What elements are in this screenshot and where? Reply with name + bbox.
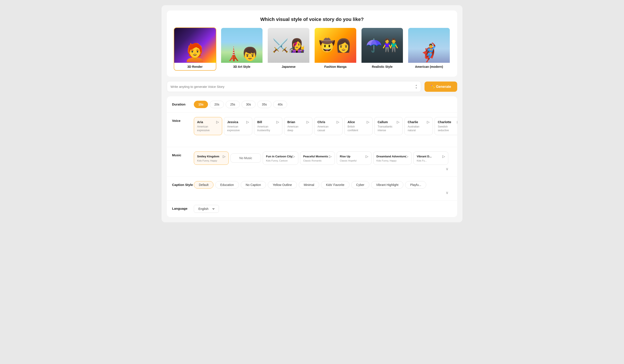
arrow-down-icon: ▼	[415, 87, 417, 89]
voice-name-Jessica: Jessica	[227, 120, 238, 124]
style-img-placeholder-3d-art	[221, 28, 263, 63]
voice-card-bill[interactable]: Bill ▷ Americantrustworthy	[254, 117, 282, 135]
play-btn-Charlie[interactable]: ▷	[427, 120, 430, 124]
play-btn-Callum[interactable]: ▷	[397, 120, 399, 124]
voice-card-chris[interactable]: Chris ▷ Americancasual	[314, 117, 342, 135]
language-select-wrapper: EnglishSpanishFrenchGermanJapaneseKorean…	[194, 205, 219, 213]
caption-pill-yellow-outline[interactable]: Yellow Outline	[268, 181, 297, 188]
voice-cards-row: Aria ▷ Americanexpressive Jessica ▷ Amer…	[194, 117, 457, 135]
play-btn-Alice[interactable]: ▷	[367, 120, 369, 124]
play-btn-Chris[interactable]: ▷	[337, 120, 339, 124]
caption-pill-minimal[interactable]: Minimal	[299, 181, 319, 188]
voice-card-jessica[interactable]: Jessica ▷ Americanexpressive	[224, 117, 252, 135]
voice-card-top-Chris: Chris ▷	[317, 120, 339, 124]
voice-card-brian[interactable]: Brian ▷ Americandeep	[284, 117, 312, 135]
style-card-label-realistic: Realistic Style	[362, 63, 403, 70]
voice-content: Aria ▷ Americanexpressive Jessica ▷ Amer…	[194, 117, 457, 143]
voice-desc-Aria: Americanexpressive	[197, 125, 219, 132]
play-btn-Bill[interactable]: ▷	[276, 120, 279, 124]
style-card-img-3d-art	[221, 28, 263, 63]
generate-button[interactable]: ✏️ Generate	[424, 81, 457, 92]
music-play-btn-Peaceful Moments[interactable]: ▷	[329, 154, 332, 158]
arrow-up-icon: ▲	[415, 84, 417, 86]
music-play-btn-Smiley Kingdom[interactable]: ▷	[223, 154, 225, 158]
duration-pill-30s[interactable]: 30s	[242, 101, 256, 108]
music-play-btn-Fun in Cartoon City[interactable]: ▷	[292, 154, 295, 158]
voice-card-top-Charlotte: Charlotte ▷	[438, 120, 457, 124]
music-card-peaceful-moments[interactable]: Peaceful Moments ▷ Classic Romantic	[300, 152, 335, 165]
music-play-btn-Vibrant D...[interactable]: ▷	[442, 154, 445, 158]
voice-card-aria[interactable]: Aria ▷ Americanexpressive	[194, 117, 222, 135]
voice-name-Callum: Callum	[378, 120, 388, 124]
music-card-top-Fun in Cartoon City: Fun in Cartoon City ▷	[266, 154, 295, 158]
caption-label: Caption Style	[172, 181, 194, 186]
style-card-label-japanese: Japanese	[268, 63, 309, 70]
caption-pill-kids'-favorite[interactable]: Kids' Favorite	[321, 181, 349, 188]
voice-card-callum[interactable]: Callum ▷ Transatlanticintense	[374, 117, 403, 135]
caption-pill-cyber[interactable]: Cyber	[351, 181, 369, 188]
music-tags-Peaceful Moments: Classic Romantic	[303, 159, 332, 162]
play-btn-Brian[interactable]: ▷	[307, 120, 309, 124]
voice-card-charlie[interactable]: Charlie ▷ Australiannatural	[404, 117, 433, 135]
style-card-3d-render[interactable]: 3D Render	[174, 27, 216, 71]
music-row: Music Smiley Kingdom ▷ Kids Funny, Happy…	[167, 147, 457, 177]
music-play-btn-Rise Up[interactable]: ▷	[366, 154, 368, 158]
voice-desc-Brian: Americandeep	[287, 125, 309, 132]
voice-name-Charlotte: Charlotte	[438, 120, 451, 124]
caption-pill-default[interactable]: Default	[194, 181, 213, 188]
voice-row: Voice Aria ▷ Americanexpressive Jessica …	[167, 113, 457, 147]
style-card-label-3d-render: 3D Render	[174, 63, 216, 70]
music-card-rise-up[interactable]: Rise Up ▷ Classic Hopeful	[337, 152, 371, 165]
music-card-vibrant-d...[interactable]: Vibrant D... ▷ Kids Fu...	[413, 152, 448, 165]
music-name-Vibrant D...: Vibrant D...	[417, 155, 432, 158]
duration-pill-15s[interactable]: 15s	[194, 101, 208, 108]
caption-pill-no-caption[interactable]: No Caption	[241, 181, 266, 188]
duration-pill-20s[interactable]: 20s	[210, 101, 224, 108]
music-card-smiley-kingdom[interactable]: Smiley Kingdom ▷ Kids Funny, Happy	[194, 152, 229, 165]
caption-pill-education[interactable]: Education	[215, 181, 239, 188]
play-btn-Aria[interactable]: ▷	[216, 120, 219, 124]
music-card-top-Rise Up: Rise Up ▷	[340, 154, 368, 158]
play-btn-Jessica[interactable]: ▷	[246, 120, 249, 124]
music-card-top-Peaceful Moments: Peaceful Moments ▷	[303, 154, 332, 158]
voice-desc-Alice: Britishconfident	[348, 125, 369, 132]
music-tags-Fun in Cartoon City: Kids Funny, Cartoon	[266, 159, 295, 162]
caption-collapse-btn[interactable]: ∨	[444, 189, 450, 196]
caption-pill-playfu...[interactable]: Playfu...	[405, 181, 426, 188]
style-card-3d-art[interactable]: 3D Art Style	[221, 27, 263, 71]
music-collapse-btn[interactable]: ∨	[444, 166, 450, 172]
style-card-japanese[interactable]: Japanese	[267, 27, 310, 71]
style-card-label-american-modern: American (modern)	[408, 63, 450, 70]
style-card-img-realistic	[361, 28, 404, 63]
style-img-placeholder-fashion-manga	[314, 28, 357, 63]
voice-card-top-Bill: Bill ▷	[257, 120, 279, 124]
voice-name-Aria: Aria	[197, 120, 203, 124]
style-img-placeholder-american-modern	[408, 28, 450, 63]
style-card-img-american-modern	[408, 28, 450, 63]
duration-pill-40s[interactable]: 40s	[273, 101, 287, 108]
voice-card-alice[interactable]: Alice ▷ Britishconfident	[344, 117, 373, 135]
music-card-dreamland-adventure[interactable]: Dreamland Adventure ▷ Kids Funny, Happy	[373, 152, 412, 165]
voice-card-top-Alice: Alice ▷	[348, 120, 369, 124]
main-container: Which visual style of voice story do you…	[161, 5, 463, 222]
style-card-american-modern[interactable]: American (modern)	[408, 27, 450, 71]
duration-pill-35s[interactable]: 35s	[257, 101, 271, 108]
caption-content: DefaultEducationNo CaptionYellow Outline…	[194, 181, 452, 196]
music-card-fun-in-cartoon-city[interactable]: Fun in Cartoon City ▷ Kids Funny, Cartoo…	[263, 152, 298, 165]
language-dropdown[interactable]: EnglishSpanishFrenchGermanJapaneseKorean…	[198, 207, 215, 211]
caption-pill-vibrant-highlight[interactable]: Vibrant Highlight	[371, 181, 403, 188]
music-card-no-music[interactable]: No Music	[231, 154, 261, 163]
style-card-realistic[interactable]: Realistic Style	[361, 27, 404, 71]
style-card-img-3d-render	[174, 28, 216, 63]
voice-card-charlotte[interactable]: Charlotte ▷ Swedishseductive	[435, 117, 457, 135]
voice-desc-Jessica: Americanexpressive	[227, 125, 249, 132]
duration-pill-25s[interactable]: 25s	[226, 101, 240, 108]
style-card-fashion-manga[interactable]: Fashion Manga	[314, 27, 357, 71]
music-card-top-Vibrant D...: Vibrant D... ▷	[417, 154, 445, 158]
voice-label: Voice	[172, 117, 194, 123]
story-input[interactable]	[171, 85, 415, 88]
music-play-btn-Dreamland Adventure[interactable]: ▷	[406, 154, 408, 158]
voice-desc-Charlotte: Swedishseductive	[438, 125, 457, 132]
style-card-label-3d-art: 3D Art Style	[221, 63, 263, 70]
voice-desc-Bill: Americantrustworthy	[257, 125, 279, 132]
